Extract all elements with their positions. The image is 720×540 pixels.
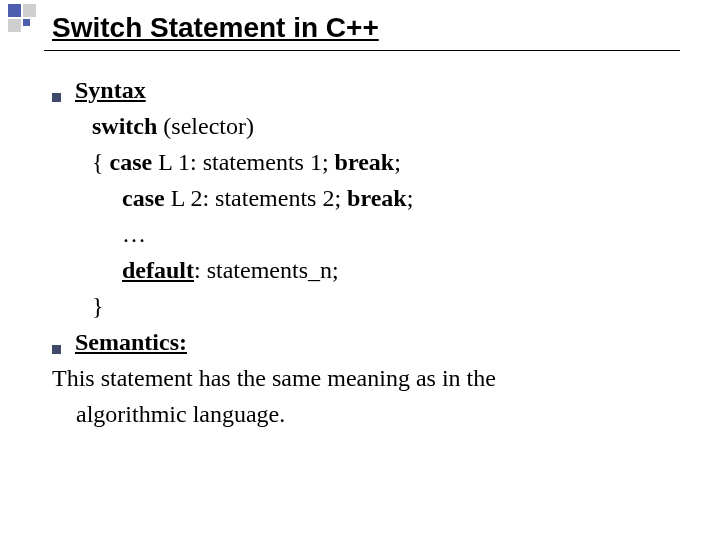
code-line-close: }: [52, 288, 672, 324]
square-icon: [23, 4, 36, 17]
square-icon: [8, 4, 21, 17]
case2-body: L 2: statements 2;: [165, 185, 347, 211]
keyword-break: break: [347, 185, 407, 211]
ellipsis: …: [122, 221, 146, 247]
syntax-heading: Syntax: [75, 72, 146, 108]
switch-selector: (selector): [157, 113, 254, 139]
bullet-icon: [52, 345, 61, 354]
semantics-heading: Semantics:: [75, 324, 187, 360]
bullet-icon: [52, 93, 61, 102]
slide-title: Switch Statement in C++: [52, 12, 379, 44]
keyword-case: case: [122, 185, 165, 211]
keyword-break: break: [335, 149, 395, 175]
square-icon: [8, 19, 21, 32]
slide-body: Syntax switch (selector) { case L 1: sta…: [52, 72, 672, 432]
case1-body: L 1: statements 1;: [152, 149, 334, 175]
square-icon: [23, 19, 30, 26]
decoration-squares: [8, 4, 38, 34]
keyword-default: default: [122, 257, 194, 283]
semantics-text-line1: This statement has the same meaning as i…: [52, 360, 672, 396]
semicolon: ;: [394, 149, 401, 175]
keyword-case: case: [110, 149, 153, 175]
code-line-case2: case L 2: statements 2; break;: [52, 180, 672, 216]
code-line-switch: switch (selector): [52, 108, 672, 144]
bullet-item-syntax: Syntax: [52, 72, 672, 108]
code-line-case1: { case L 1: statements 1; break;: [52, 144, 672, 180]
keyword-switch: switch: [92, 113, 157, 139]
semantics-text-line2: algorithmic language.: [52, 396, 672, 432]
code-line-default: default: statements_n;: [52, 252, 672, 288]
semicolon: ;: [407, 185, 414, 211]
brace-close: }: [92, 293, 104, 319]
code-line-ellipsis: …: [52, 216, 672, 252]
bullet-item-semantics: Semantics:: [52, 324, 672, 360]
brace-open: {: [92, 149, 110, 175]
title-underline-rule: [44, 50, 680, 51]
default-body: : statements_n;: [194, 257, 339, 283]
